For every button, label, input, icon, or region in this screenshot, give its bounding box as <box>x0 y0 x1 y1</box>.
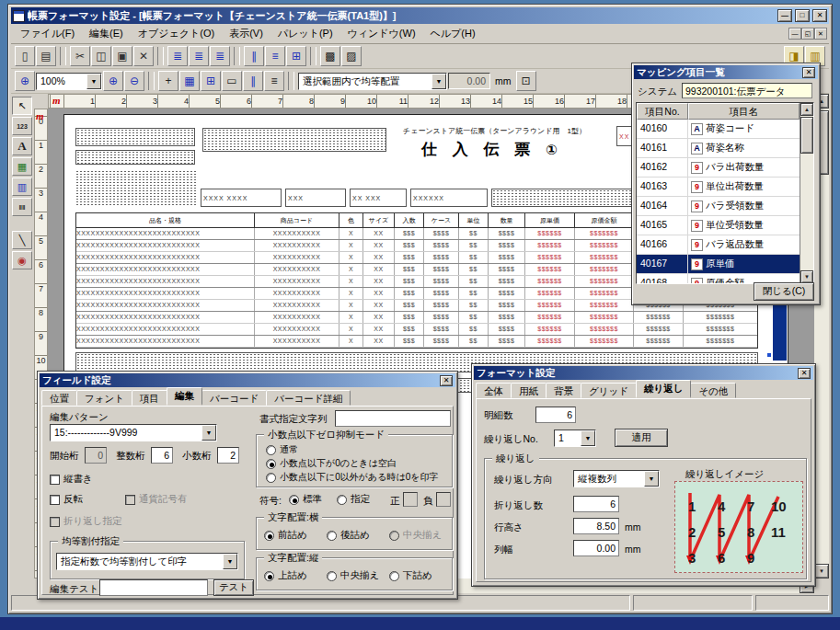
stamp-tool-icon[interactable]: ◉ <box>12 251 32 269</box>
grid-scrollbar[interactable]: ▲ ▼ <box>800 103 813 283</box>
tab[interactable]: バーコード詳細 <box>266 390 351 406</box>
scroll-down-icon[interactable]: ▼ <box>814 564 829 578</box>
menu-item[interactable]: ファイル(F) <box>13 24 82 43</box>
object-list-icon[interactable]: ≡ <box>264 71 284 91</box>
form-field-block[interactable] <box>75 150 195 165</box>
numeric-field-tool-icon[interactable]: 123 <box>12 117 32 135</box>
バラ返品数量[interactable]: 40166 9 バラ返品数量 <box>637 235 813 255</box>
col-width-field[interactable]: 0.00 <box>573 540 619 556</box>
menu-item[interactable]: 表示(V) <box>222 24 270 43</box>
radio-dot[interactable] <box>266 459 276 469</box>
mdi-minimize-icon[interactable]: — <box>788 28 801 40</box>
same-size-icon[interactable]: ⊞ <box>286 46 306 66</box>
halign-option[interactable]: 後詰め <box>327 529 370 542</box>
apply-button[interactable]: 適用 <box>615 429 668 447</box>
chevron-down-icon[interactable]: ▼ <box>223 554 237 569</box>
repeat-no-combobox[interactable]: 1 ▼ <box>554 430 596 447</box>
crosshair-icon[interactable]: + <box>158 71 178 91</box>
form-field-block[interactable]: XXXXXX <box>410 189 488 207</box>
integer-digit-field[interactable]: 6 <box>151 447 173 464</box>
distribute-h-icon[interactable]: ∥ <box>244 46 264 66</box>
radio-dot[interactable] <box>264 531 274 541</box>
tab[interactable]: 背景 <box>546 383 581 398</box>
dialog-title-bar[interactable]: フォーマット設定 ✕ <box>474 366 813 380</box>
repeat-direction-combobox[interactable]: 縦複数列 ▼ <box>573 470 660 487</box>
tab[interactable]: 位置 <box>41 390 77 406</box>
chevron-down-icon[interactable]: ▼ <box>201 425 216 441</box>
checkbox-box[interactable] <box>50 495 60 505</box>
snap-grid-icon[interactable]: ⊞ <box>201 71 221 91</box>
単位受領数量[interactable]: 40165 9 単位受領数量 <box>637 216 813 235</box>
vertical-writing-checkbox[interactable]: 縦書き <box>50 473 93 486</box>
tab[interactable]: フォント <box>76 390 132 406</box>
radio-dot[interactable] <box>327 571 337 581</box>
chevron-down-icon[interactable]: ▼ <box>581 430 595 446</box>
form-field-block[interactable] <box>75 128 195 146</box>
荷姿コード[interactable]: 40160 A 荷姿コード <box>637 120 813 139</box>
close-icon[interactable]: ✕ <box>798 368 811 379</box>
align-center-icon[interactable]: ≣ <box>189 46 209 66</box>
distribute-combobox[interactable]: 選択範囲内で均等配置 ▼ <box>298 73 447 90</box>
tab[interactable]: 編集 <box>167 387 202 406</box>
radio-dot[interactable] <box>389 531 399 541</box>
単位出荷数量[interactable]: 40163 9 単位出荷数量 <box>637 178 813 197</box>
tab[interactable]: グリッド <box>581 383 637 398</box>
maximize-icon[interactable]: □ <box>795 9 810 22</box>
detail-count-field[interactable]: 6 <box>535 407 576 423</box>
form-detail-row[interactable]: XXXXXXXXXXXXXXXXXXXXXXXXXXXXXXXXXXXXXXX$… <box>76 324 757 336</box>
grid-icon[interactable]: ▦ <box>179 71 200 91</box>
sign-option[interactable]: 標準 <box>289 493 322 506</box>
valign-option[interactable]: 中央揃え <box>327 569 379 582</box>
scroll-down-icon[interactable]: ▼ <box>800 270 813 283</box>
mdi-restore-icon[interactable]: ◱ <box>801 28 814 40</box>
mdi-close-icon[interactable]: ✕ <box>814 28 827 40</box>
radio-dot[interactable] <box>389 571 399 581</box>
wrap-count-field[interactable]: 6 <box>573 496 619 512</box>
form-field-block[interactable] <box>75 170 197 207</box>
原単価[interactable]: 40167 9 原単価 <box>637 255 813 274</box>
group-icon[interactable]: ▩ <box>320 46 340 66</box>
バラ出荷数量[interactable]: 40162 9 バラ出荷数量 <box>637 158 813 178</box>
chevron-down-icon[interactable]: ▼ <box>644 471 659 487</box>
guides-icon[interactable]: ∥ <box>243 71 263 91</box>
close-icon[interactable]: ✕ <box>812 9 827 22</box>
zero-suppress-option[interactable]: 小数点以下に0以外がある時は0を印字 <box>266 471 439 484</box>
バラ受領数量[interactable]: 40164 9 バラ受領数量 <box>637 197 813 216</box>
sign-option[interactable]: 指定 <box>337 493 370 506</box>
zero-suppress-option[interactable]: 小数点以下が0のときは空白 <box>266 457 397 470</box>
tab[interactable]: 用紙 <box>511 383 547 398</box>
form-field-block[interactable]: XXXX XXXX <box>201 189 282 207</box>
select-tool-icon[interactable]: ↖ <box>12 97 32 115</box>
radio-dot[interactable] <box>266 445 276 455</box>
radio-dot[interactable] <box>327 531 337 541</box>
align-right-icon[interactable]: ≣ <box>210 46 230 66</box>
form-field-block[interactable]: XX XXX <box>350 189 407 207</box>
close-icon[interactable]: ✕ <box>802 67 815 78</box>
menu-item[interactable]: ウィンドウ(W) <box>340 24 423 43</box>
ungroup-icon[interactable]: ▨ <box>341 46 362 66</box>
close-button[interactable]: 閉じる(C) <box>754 282 814 301</box>
table-tool-icon[interactable]: ▥ <box>12 178 32 196</box>
form-detail-row[interactable]: XXXXXXXXXXXXXXXXXXXXXXXXXXXXXXXXXXXXXXX$… <box>76 336 757 348</box>
delete-icon[interactable]: ✕ <box>133 46 154 66</box>
justify-combobox[interactable]: 指定桁数で均等割付して印字 ▼ <box>56 553 238 570</box>
barcode-tool-icon[interactable]: ‖‖ <box>12 198 32 216</box>
chevron-down-icon[interactable]: ▼ <box>86 74 101 89</box>
zero-suppress-option[interactable]: 通常 <box>266 443 298 456</box>
valign-option[interactable]: 上詰め <box>264 569 307 582</box>
checkbox-box[interactable] <box>50 475 60 485</box>
zoom-tool-icon[interactable]: ⊕ <box>15 71 35 91</box>
title-bar[interactable]: 帳票フォーマット設定 - [帳票フォーマット【チェーンストア統一伝票(TA1型)… <box>11 7 829 24</box>
selection-handle[interactable] <box>766 352 772 358</box>
paste-icon[interactable]: ▣ <box>112 46 132 66</box>
dialog-title-bar[interactable]: フィールド設定 ✕ <box>40 373 455 387</box>
scroll-up-icon[interactable]: ▲ <box>800 103 813 116</box>
menu-item[interactable]: オブジェクト(O) <box>131 24 222 43</box>
distribute-v-icon[interactable]: ≡ <box>265 46 285 66</box>
zoom-combobox[interactable]: 100% ▼ <box>36 73 102 90</box>
invert-checkbox[interactable]: 反転 <box>50 493 83 506</box>
test-button[interactable]: テスト <box>213 579 254 596</box>
line-tool-icon[interactable]: ╲ <box>12 231 32 249</box>
menu-item[interactable]: ヘルプ(H) <box>423 24 483 43</box>
minimize-icon[interactable]: — <box>777 9 792 22</box>
